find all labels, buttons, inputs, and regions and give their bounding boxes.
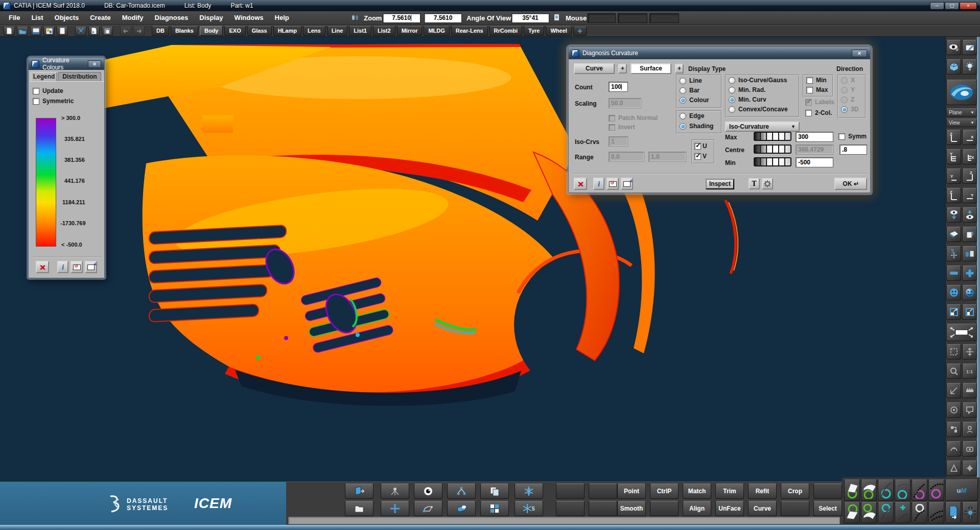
panel-layout-button[interactable] <box>85 261 97 273</box>
view-top-x-button[interactable]: X <box>962 149 977 164</box>
zoom-region-in-button[interactable] <box>962 304 977 320</box>
symmetric-checkbox[interactable] <box>33 98 39 105</box>
icem-shape-button[interactable] <box>946 80 977 105</box>
u-checkbox[interactable]: ✓ <box>694 143 701 150</box>
close-button[interactable]: × <box>960 2 977 10</box>
symm-checkbox[interactable] <box>838 133 845 140</box>
mouse-field-2[interactable] <box>618 13 647 23</box>
points-gray-tool-button[interactable] <box>928 502 944 523</box>
open-file-button[interactable] <box>17 27 28 36</box>
redo-button[interactable] <box>133 27 145 36</box>
centre-slider[interactable] <box>754 144 791 154</box>
angle-of-view-input[interactable]: 35°41 <box>511 13 549 23</box>
zoom-input-2[interactable]: 7.5610 <box>424 13 462 23</box>
max-slider[interactable] <box>754 132 791 141</box>
iso-curve-gauss-radio[interactable] <box>729 77 735 84</box>
tab-body[interactable]: Body <box>200 26 223 36</box>
sidebar-tool-button[interactable] <box>946 402 961 418</box>
menu-objects[interactable]: Objects <box>49 11 85 25</box>
menu-diagnoses[interactable]: Diagnoses <box>149 11 194 25</box>
tab-distribution[interactable]: Distribution <box>58 72 101 82</box>
display-edit-button[interactable] <box>962 40 977 55</box>
tab-exo[interactable]: EXO <box>224 26 245 36</box>
colour-radio[interactable] <box>680 97 686 104</box>
view-z-corner-button[interactable]: Z <box>962 168 977 184</box>
look-down-button[interactable] <box>946 207 961 223</box>
convex-concave-radio[interactable] <box>729 106 735 113</box>
sidebar-tool-button[interactable] <box>962 441 977 456</box>
freeze-history-button[interactable]: 5 <box>515 501 543 516</box>
paste-button[interactable] <box>102 27 113 36</box>
sidebar-tool-button[interactable] <box>946 383 961 398</box>
curvature-type-dropdown[interactable]: Iso-Curvature▼ <box>725 122 800 132</box>
spray-view-button[interactable] <box>381 484 409 499</box>
zoom-in-button[interactable] <box>962 266 977 281</box>
ok-button[interactable]: OK ↵ <box>834 178 867 190</box>
sidebar-tool-button[interactable] <box>962 383 977 398</box>
view-y-button[interactable]: Y <box>946 168 961 184</box>
move-mode-button[interactable] <box>962 502 978 523</box>
surface-green-tool-button[interactable] <box>861 479 877 501</box>
fit-view-button[interactable] <box>946 324 977 341</box>
range-to-input[interactable]: 1.0 <box>648 152 686 162</box>
direction-x-radio[interactable] <box>841 77 848 84</box>
shading-mode-button[interactable] <box>946 59 961 75</box>
empty-slot-button[interactable] <box>813 484 842 499</box>
sidebar-tool-button[interactable] <box>946 344 961 359</box>
settings-button[interactable] <box>762 178 773 189</box>
menu-create[interactable]: Create <box>84 11 116 25</box>
select-button[interactable]: Select <box>813 501 842 516</box>
weight-input[interactable]: .8 <box>839 144 867 155</box>
zoom-out-button[interactable] <box>946 266 961 281</box>
curve-button-bottom[interactable]: Curve <box>748 501 777 516</box>
freeze-button[interactable] <box>515 484 543 499</box>
face-shaded-button[interactable] <box>962 285 977 300</box>
view-side-button[interactable]: X <box>962 130 977 145</box>
update-checkbox[interactable] <box>33 88 39 94</box>
page-flip-button[interactable] <box>962 227 977 242</box>
menu-windows[interactable]: Windows <box>229 11 269 25</box>
curve-add-button[interactable]: + <box>618 64 627 74</box>
points-white-tool-button[interactable] <box>912 502 927 523</box>
plane-dropdown[interactable]: Plane▼ <box>946 108 977 117</box>
centre-value-input[interactable]: 366.4729 <box>796 144 833 155</box>
add-element-button[interactable] <box>381 501 409 516</box>
empty-slot-button[interactable] <box>781 501 809 516</box>
menu-display[interactable]: Display <box>194 11 228 25</box>
surface-add-button[interactable]: + <box>675 64 684 74</box>
panel-info-button[interactable]: i <box>57 261 68 273</box>
mouse-field-3[interactable] <box>649 13 679 23</box>
direction-z-radio[interactable] <box>841 97 848 103</box>
direction-3d-radio[interactable] <box>841 106 848 113</box>
direction-y-radio[interactable] <box>841 87 848 93</box>
tab-rear-lens[interactable]: Rear-Lens <box>451 26 488 36</box>
tab-mldg[interactable]: MLDG <box>424 26 449 36</box>
trim-button[interactable]: Trim <box>715 484 744 499</box>
min-rad-radio[interactable] <box>729 87 735 93</box>
tab-list2[interactable]: List2 <box>373 26 395 36</box>
view-front-button[interactable]: Z <box>946 130 961 145</box>
view-z2-button[interactable]: Z <box>946 188 961 203</box>
erase-button[interactable] <box>447 501 476 516</box>
curve-cyan-tool-button[interactable] <box>878 502 894 523</box>
tab-lens[interactable]: Lens <box>303 26 325 36</box>
surface-button[interactable]: Surface <box>631 63 671 74</box>
cylinder-view-button[interactable] <box>962 246 977 261</box>
menu-modify[interactable]: Modify <box>116 11 149 25</box>
sidebar-tool-button[interactable] <box>962 402 977 418</box>
max-value-input[interactable]: 300 <box>796 132 833 142</box>
tab-hlamp[interactable]: HLamp <box>273 26 301 36</box>
range-from-input[interactable]: 0.0 <box>609 152 644 162</box>
tab-list1[interactable]: List1 <box>349 26 371 36</box>
unface-button[interactable]: UnFace <box>715 501 744 516</box>
sidebar-tool-button[interactable] <box>962 344 977 359</box>
curve-cyan-tool-button[interactable] <box>895 479 911 501</box>
panel-refresh-view-button[interactable] <box>71 261 83 273</box>
text-annotation-button[interactable]: T <box>749 178 760 189</box>
align-button[interactable]: Align <box>683 501 711 516</box>
page-export-button[interactable] <box>945 502 961 523</box>
dialog-layout-button[interactable] <box>621 178 633 190</box>
curve-button[interactable]: Curve <box>574 63 615 74</box>
save-button[interactable] <box>30 27 41 36</box>
eye-view-button[interactable] <box>414 484 442 499</box>
